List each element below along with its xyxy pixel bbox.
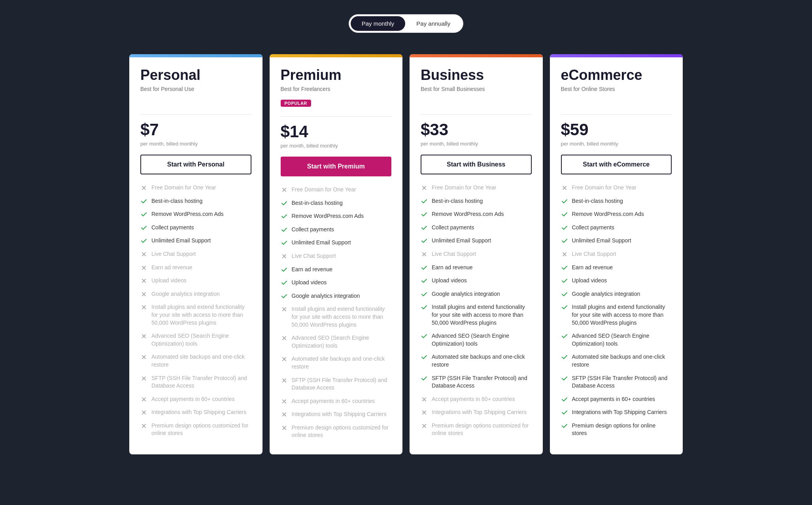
plan-name-personal: Personal (140, 67, 251, 83)
cross-icon (140, 375, 147, 382)
feature-text: Accept payments in 60+ countries (151, 395, 235, 403)
list-item: Live Chat Support (421, 250, 532, 258)
list-item: Install plugins and extend functionality… (561, 303, 672, 327)
list-item: Earn ad revenue (561, 264, 672, 272)
feature-text: Live Chat Support (572, 250, 616, 258)
plan-cta-button-personal[interactable]: Start with Personal (140, 155, 251, 174)
feature-text: Earn ad revenue (432, 264, 473, 272)
check-icon (561, 375, 568, 382)
feature-text: Accept payments in 60+ countries (432, 395, 515, 403)
cross-icon (140, 184, 147, 191)
list-item: Live Chat Support (281, 252, 392, 260)
plan-price-note-premium: per month, billed monthly (281, 143, 392, 149)
pay-monthly-button[interactable]: Pay monthly (351, 16, 406, 31)
plan-name-business: Business (421, 67, 532, 83)
list-item: Free Domain for One Year (140, 184, 251, 192)
plan-price-note-business: per month, billed monthly (421, 141, 532, 147)
feature-text: Remove WordPress.com Ads (292, 212, 364, 220)
check-icon (561, 224, 568, 231)
check-icon (281, 200, 288, 207)
feature-text: Upload videos (572, 277, 607, 285)
list-item: Premium design options customized for on… (421, 422, 532, 437)
check-icon (561, 422, 568, 429)
cross-icon (561, 251, 568, 258)
feature-text: Live Chat Support (432, 250, 476, 258)
list-item: Live Chat Support (561, 250, 672, 258)
feature-text: Install plugins and extend functionality… (292, 305, 392, 329)
feature-text: Premium design options customized for on… (432, 422, 532, 437)
check-icon (421, 277, 428, 284)
feature-text: Integrations with Top Shipping Carriers (292, 410, 387, 418)
cross-icon (140, 277, 147, 284)
list-item: Premium design options for online stores (561, 422, 672, 437)
plan-subtitle-business: Best for Small Businesses (421, 86, 532, 92)
list-item: Unlimited Email Support (561, 237, 672, 245)
pay-annually-button[interactable]: Pay annually (405, 16, 461, 31)
feature-text: Upload videos (292, 279, 327, 287)
feature-text: SFTP (SSH File Transfer Protocol) and Da… (151, 374, 251, 390)
cross-icon (140, 354, 147, 361)
list-item: Unlimited Email Support (281, 239, 392, 247)
feature-text: Remove WordPress.com Ads (151, 210, 224, 218)
cross-icon (281, 253, 288, 260)
plan-top-bar-personal (129, 54, 262, 57)
list-item: Advanced SEO (Search Engine Optimization… (140, 332, 251, 348)
plan-cta-button-ecommerce[interactable]: Start with eCommerce (561, 155, 672, 174)
feature-text: Earn ad revenue (292, 266, 333, 274)
cross-icon (281, 335, 288, 342)
list-item: Earn ad revenue (421, 264, 532, 272)
cross-icon (140, 291, 147, 298)
plan-cta-button-premium[interactable]: Start with Premium (281, 157, 392, 176)
feature-text: Premium design options customized for on… (292, 424, 392, 439)
check-icon (421, 304, 428, 311)
check-icon (421, 237, 428, 244)
list-item: Google analytics integration (561, 290, 672, 298)
plan-price-premium: $14 (281, 122, 392, 141)
feature-text: Best-in-class hosting (572, 197, 623, 205)
feature-text: Unlimited Email Support (151, 237, 211, 245)
feature-text: Unlimited Email Support (292, 239, 351, 247)
list-item: Earn ad revenue (281, 266, 392, 274)
list-item: Upload videos (140, 277, 251, 285)
list-item: SFTP (SSH File Transfer Protocol) and Da… (421, 374, 532, 390)
plan-cta-button-business[interactable]: Start with Business (421, 155, 532, 174)
list-item: Google analytics integration (140, 290, 251, 298)
list-item: Collect payments (421, 224, 532, 232)
list-item: Remove WordPress.com Ads (140, 210, 251, 218)
cross-icon (140, 422, 147, 429)
cross-icon (421, 251, 428, 258)
feature-text: Free Domain for One Year (151, 184, 216, 192)
check-icon (281, 279, 288, 286)
check-icon (561, 354, 568, 361)
feature-text: Upload videos (151, 277, 187, 285)
list-item: Automated site backups and one-click res… (140, 353, 251, 369)
list-item: Integrations with Top Shipping Carriers (561, 409, 672, 416)
check-icon (281, 266, 288, 273)
feature-text: Best-in-class hosting (151, 197, 202, 205)
list-item: Best-in-class hosting (421, 197, 532, 205)
feature-text: Automated site backups and one-click res… (572, 353, 672, 369)
check-icon (140, 198, 147, 205)
cross-icon (140, 304, 147, 311)
feature-text: Unlimited Email Support (432, 237, 491, 245)
check-icon (281, 293, 288, 300)
feature-text: Accept payments in 60+ countries (572, 395, 655, 403)
feature-text: Automated site backups and one-click res… (151, 353, 251, 369)
check-icon (421, 291, 428, 298)
cross-icon (281, 186, 288, 193)
check-icon (421, 198, 428, 205)
feature-text: SFTP (SSH File Transfer Protocol) and Da… (572, 374, 672, 390)
feature-text: Earn ad revenue (151, 264, 193, 272)
list-item: Advanced SEO (Search Engine Optimization… (281, 334, 392, 350)
list-item: Integrations with Top Shipping Carriers (281, 410, 392, 418)
list-item: Collect payments (561, 224, 672, 232)
check-icon (281, 213, 288, 220)
popular-badge-premium: POPULAR (281, 100, 311, 107)
check-icon (561, 396, 568, 403)
check-icon (281, 226, 288, 233)
list-item: Integrations with Top Shipping Carriers (421, 409, 532, 416)
plan-price-note-personal: per month, billed monthly (140, 141, 251, 147)
check-icon (421, 354, 428, 361)
plans-container: PersonalBest for Personal Use$7per month… (129, 54, 683, 454)
check-icon (561, 333, 568, 340)
